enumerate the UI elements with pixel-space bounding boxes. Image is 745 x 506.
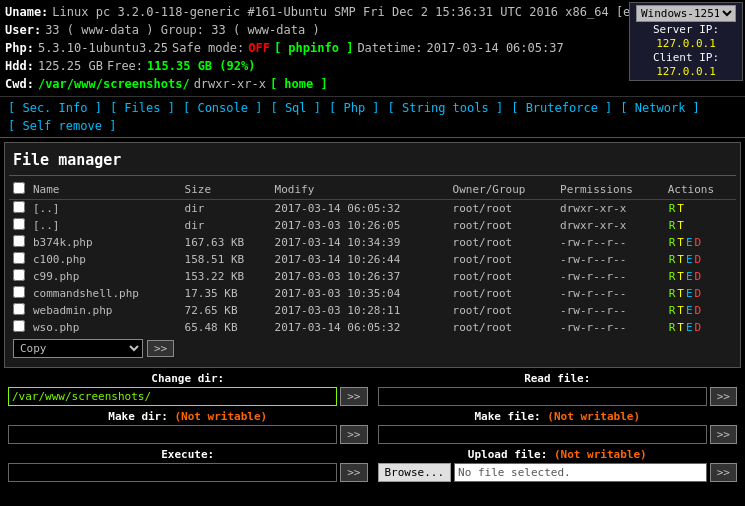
action-e-7[interactable]: E	[686, 321, 693, 334]
top-right-panel: Windows-1251 UTF-8 Server IP: 127.0.0.1 …	[629, 2, 743, 81]
file-actions-5: RTED	[664, 285, 736, 302]
action-t-6[interactable]: T	[677, 304, 684, 317]
hdd-label: Hdd:	[5, 57, 34, 75]
action-d-2[interactable]: D	[695, 236, 702, 249]
action-d-6[interactable]: D	[695, 304, 702, 317]
upload-notwritable: (Not writable)	[554, 448, 647, 461]
make-dir-input[interactable]	[8, 425, 337, 444]
cwd-path[interactable]: /var/www/screenshots/	[38, 75, 190, 93]
nav-sql[interactable]: [ Sql ]	[267, 100, 324, 116]
table-row: webadmin.php 72.65 KB 2017-03-03 10:28:1…	[9, 302, 736, 319]
bottom-controls: Change dir: >> Read file: >> Make dir: (…	[4, 372, 741, 486]
file-name-2[interactable]: b374k.php	[29, 234, 181, 251]
action-r-4[interactable]: R	[669, 270, 676, 283]
file-name-6[interactable]: webadmin.php	[29, 302, 181, 319]
encoding-select[interactable]: Windows-1251 UTF-8	[636, 5, 736, 22]
php-datetime-value: 2017-03-14 06:05:37	[426, 39, 563, 57]
change-dir-input[interactable]	[8, 387, 337, 406]
action-e-4[interactable]: E	[686, 270, 693, 283]
make-dir-button[interactable]: >>	[340, 425, 367, 444]
make-file-notwritable: (Not writable)	[547, 410, 640, 423]
action-e-2[interactable]: E	[686, 236, 693, 249]
file-owner-3: root/root	[449, 251, 557, 268]
action-t-1[interactable]: T	[677, 219, 684, 232]
row-checkbox-4[interactable]	[13, 269, 25, 281]
nav-bruteforce[interactable]: [ Bruteforce ]	[508, 100, 615, 116]
upload-button[interactable]: >>	[710, 463, 737, 482]
make-file-button[interactable]: >>	[710, 425, 737, 444]
file-size-7: 65.48 KB	[181, 319, 271, 336]
action-r-7[interactable]: R	[669, 321, 676, 334]
change-dir-label: Change dir:	[8, 372, 368, 385]
action-r-3[interactable]: R	[669, 253, 676, 266]
cwd-home-link[interactable]: [ home ]	[270, 75, 328, 93]
nav-string-tools[interactable]: [ String tools ]	[385, 100, 507, 116]
make-file-group: Make file: (Not writable) >>	[378, 410, 738, 444]
nav-network[interactable]: [ Network ]	[617, 100, 702, 116]
action-d-3[interactable]: D	[695, 253, 702, 266]
make-file-label: Make file: (Not writable)	[378, 410, 738, 423]
change-dir-button[interactable]: >>	[340, 387, 367, 406]
execute-button[interactable]: >>	[340, 463, 367, 482]
nav-php[interactable]: [ Php ]	[326, 100, 383, 116]
action-r-6[interactable]: R	[669, 304, 676, 317]
php-version: 5.3.10-1ubuntu3.25	[38, 39, 168, 57]
action-t-7[interactable]: T	[677, 321, 684, 334]
nav-sec-info[interactable]: [ Sec. Info ]	[5, 100, 105, 116]
row-checkbox-0[interactable]	[13, 201, 25, 213]
file-size-2: 167.63 KB	[181, 234, 271, 251]
row-checkbox-1[interactable]	[13, 218, 25, 230]
action-t-4[interactable]: T	[677, 270, 684, 283]
action-r-5[interactable]: R	[669, 287, 676, 300]
nav-files[interactable]: [ Files ]	[107, 100, 178, 116]
file-manager-panel: File manager Name Size Modify Owner/Grou…	[4, 142, 741, 368]
file-perms-4: -rw-r--r--	[556, 268, 664, 285]
action-d-7[interactable]: D	[695, 321, 702, 334]
table-row: c99.php 153.22 KB 2017-03-03 10:26:37 ro…	[9, 268, 736, 285]
action-r-1[interactable]: R	[669, 219, 676, 232]
server-ip-value: 127.0.0.1	[656, 37, 716, 50]
row-checkbox-5[interactable]	[13, 286, 25, 298]
make-file-input[interactable]	[378, 425, 707, 444]
file-name-7[interactable]: wso.php	[29, 319, 181, 336]
action-t-3[interactable]: T	[677, 253, 684, 266]
action-r-2[interactable]: R	[669, 236, 676, 249]
php-info-link[interactable]: [ phpinfo ]	[274, 39, 353, 57]
nav-self-remove[interactable]: [ Self remove ]	[5, 118, 119, 134]
file-name-3[interactable]: c100.php	[29, 251, 181, 268]
file-name-0[interactable]: [..]	[29, 200, 181, 218]
execute-input[interactable]	[8, 463, 337, 482]
upload-file-label: Upload file: (Not writable)	[378, 448, 738, 461]
file-perms-5: -rw-r--r--	[556, 285, 664, 302]
file-name-4[interactable]: c99.php	[29, 268, 181, 285]
copy-action-button[interactable]: >>	[147, 340, 174, 357]
action-d-5[interactable]: D	[695, 287, 702, 300]
execute-group: Execute: >>	[8, 448, 368, 482]
action-r-0[interactable]: R	[669, 202, 676, 215]
action-e-5[interactable]: E	[686, 287, 693, 300]
row-checkbox-3[interactable]	[13, 252, 25, 264]
file-name-1[interactable]: [..]	[29, 217, 181, 234]
select-all-checkbox[interactable]	[13, 182, 25, 194]
browse-button[interactable]: Browse...	[378, 463, 452, 482]
row-checkbox-7[interactable]	[13, 320, 25, 332]
row-checkbox-6[interactable]	[13, 303, 25, 315]
copy-action-select[interactable]: Copy Move Delete	[13, 339, 143, 358]
action-e-3[interactable]: E	[686, 253, 693, 266]
table-row: commandshell.php 17.35 KB 2017-03-03 10:…	[9, 285, 736, 302]
read-file-button[interactable]: >>	[710, 387, 737, 406]
file-owner-5: root/root	[449, 285, 557, 302]
read-file-input[interactable]	[378, 387, 707, 406]
action-t-5[interactable]: T	[677, 287, 684, 300]
action-t-0[interactable]: T	[677, 202, 684, 215]
row-checkbox-2[interactable]	[13, 235, 25, 247]
action-t-2[interactable]: T	[677, 236, 684, 249]
nav-console[interactable]: [ Console ]	[180, 100, 265, 116]
file-perms-0: drwxr-xr-x	[556, 200, 664, 218]
file-name-5[interactable]: commandshell.php	[29, 285, 181, 302]
php-safemode-value: OFF	[248, 39, 270, 57]
file-modify-2: 2017-03-14 10:34:39	[271, 234, 449, 251]
user-value: 33 ( www-data ) Group: 33 ( www-data )	[45, 21, 320, 39]
action-d-4[interactable]: D	[695, 270, 702, 283]
action-e-6[interactable]: E	[686, 304, 693, 317]
